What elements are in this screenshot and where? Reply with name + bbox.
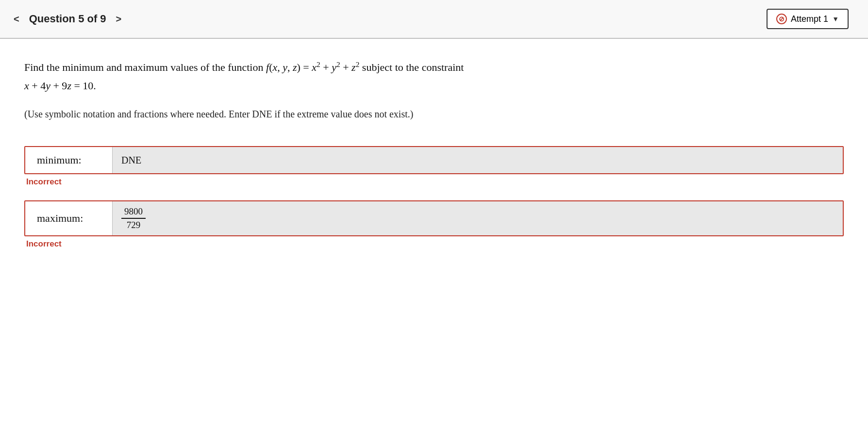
- next-question-button[interactable]: >: [112, 12, 126, 27]
- minimum-input[interactable]: [121, 155, 834, 166]
- attempt-label: Attempt 1: [791, 14, 828, 24]
- minimum-status: Incorrect: [26, 177, 844, 187]
- minimum-input-wrapper[interactable]: [113, 147, 843, 173]
- content-area: Find the minimum and maximum values of t…: [0, 39, 868, 282]
- maximum-answer-block: maximum: 9800 729: [24, 200, 844, 236]
- fraction-denominator: 729: [121, 220, 146, 230]
- header-left: < Question 5 of 9 >: [10, 12, 125, 27]
- maximum-input-wrapper[interactable]: 9800 729: [113, 201, 843, 235]
- fraction-display: 9800 729: [121, 206, 146, 230]
- question-label: Question 5 of 9: [29, 13, 106, 25]
- hint-text: (Use symbolic notation and fractions whe…: [24, 106, 844, 122]
- attempt-button[interactable]: ⊘ Attempt 1 ▼: [767, 9, 849, 29]
- minimum-section: minimum: Incorrect: [24, 146, 844, 187]
- maximum-status: Incorrect: [26, 239, 844, 249]
- minimum-label: minimum:: [25, 147, 113, 173]
- no-entry-icon: ⊘: [776, 14, 787, 24]
- minimum-answer-block: minimum:: [24, 146, 844, 174]
- problem-statement: Find the minimum and maximum values of t…: [24, 58, 844, 95]
- maximum-label: maximum:: [25, 201, 113, 235]
- prev-question-button[interactable]: <: [10, 12, 23, 27]
- maximum-section: maximum: 9800 729 Incorrect: [24, 200, 844, 249]
- header: < Question 5 of 9 > ⊘ Attempt 1 ▼: [0, 0, 868, 39]
- chevron-down-icon: ▼: [832, 15, 839, 23]
- fraction-numerator: 9800: [121, 206, 146, 219]
- attempt-section: ⊘ Attempt 1 ▼: [767, 9, 849, 29]
